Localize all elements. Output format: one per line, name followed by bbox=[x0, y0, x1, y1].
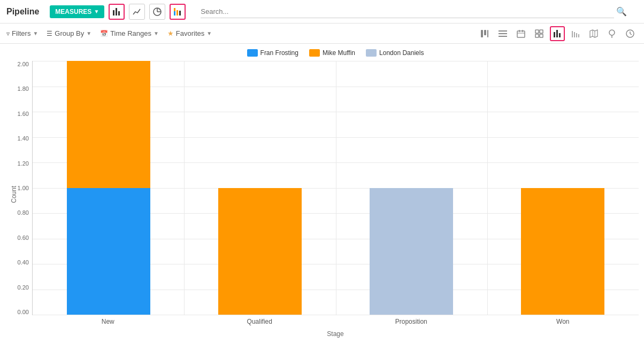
svg-rect-2 bbox=[118, 11, 120, 15]
line-chart-button[interactable] bbox=[129, 4, 145, 20]
bar-proposition-london[interactable] bbox=[370, 188, 453, 315]
y-label-20: 0.20 bbox=[18, 284, 29, 291]
chart-inner: Count 2.00 1.80 1.60 1.40 1.20 1.00 0.80… bbox=[32, 61, 639, 328]
svg-rect-22 bbox=[535, 34, 539, 37]
svg-rect-25 bbox=[556, 30, 558, 37]
x-label-proposition: Proposition bbox=[335, 318, 487, 325]
favorites-caret-icon: ▼ bbox=[206, 30, 212, 36]
legend-label-fran: Fran Frosting bbox=[260, 49, 298, 57]
svg-rect-15 bbox=[499, 36, 507, 37]
y-label-80: 0.80 bbox=[18, 209, 29, 216]
map-view-button[interactable] bbox=[586, 26, 601, 41]
stacked-chart-button[interactable] bbox=[170, 4, 186, 20]
svg-line-38 bbox=[630, 34, 632, 35]
calendar-icon bbox=[517, 29, 525, 38]
chart-legend: Fran Frosting Mike Muffin London Daniels bbox=[32, 49, 639, 57]
legend-color-fran bbox=[247, 49, 258, 57]
page-title: Pipeline bbox=[6, 7, 39, 17]
svg-rect-21 bbox=[540, 30, 543, 33]
svg-rect-14 bbox=[499, 33, 507, 34]
search-input[interactable] bbox=[201, 5, 614, 18]
svg-rect-20 bbox=[535, 30, 539, 33]
svg-rect-28 bbox=[574, 32, 575, 37]
legend-item-mike: Mike Muffin bbox=[309, 49, 355, 57]
y-label-120: 1.20 bbox=[18, 160, 29, 167]
header: Pipeline MEASURES ▼ bbox=[0, 0, 644, 24]
line-chart-view-button[interactable] bbox=[568, 26, 583, 41]
pivot-view-button[interactable] bbox=[532, 26, 547, 41]
svg-rect-8 bbox=[177, 10, 178, 15]
svg-rect-24 bbox=[554, 32, 555, 37]
history-view-button[interactable] bbox=[623, 26, 638, 41]
y-label-160: 1.60 bbox=[18, 111, 29, 117]
grid-line-0 bbox=[33, 315, 639, 315]
bar-group-qualified-bars bbox=[218, 61, 302, 315]
filters-caret-icon: ▼ bbox=[33, 30, 38, 36]
pin-view-button[interactable] bbox=[604, 26, 619, 41]
bar-qualified-mike[interactable] bbox=[218, 188, 302, 315]
line-chart-icon bbox=[133, 8, 141, 15]
legend-label-london: London Daniels bbox=[379, 49, 424, 57]
svg-rect-30 bbox=[578, 34, 579, 37]
group-by-button[interactable]: ☰ Group By ▼ bbox=[47, 29, 91, 37]
y-label-180: 1.80 bbox=[18, 85, 29, 92]
x-label-won: Won bbox=[487, 318, 639, 325]
group-by-caret-icon: ▼ bbox=[86, 30, 91, 36]
svg-rect-16 bbox=[517, 31, 525, 37]
svg-rect-0 bbox=[113, 10, 114, 15]
pie-chart-button[interactable] bbox=[149, 4, 165, 20]
bar-group-qualified bbox=[184, 61, 335, 315]
y-label-2: 2.00 bbox=[18, 61, 29, 67]
list-view-button[interactable] bbox=[495, 26, 510, 41]
measures-arrow-icon: ▼ bbox=[94, 9, 99, 14]
svg-rect-13 bbox=[499, 30, 507, 32]
favorites-label: Favorites bbox=[176, 29, 204, 37]
filters-button[interactable]: ▿ Filters ▼ bbox=[6, 29, 38, 37]
measures-label: MEASURES bbox=[55, 8, 91, 15]
favorites-button[interactable]: ★ Favorites ▼ bbox=[167, 29, 212, 37]
calendar-view-button[interactable] bbox=[513, 26, 528, 41]
y-axis: 2.00 1.80 1.60 1.40 1.20 1.00 0.80 0.60 … bbox=[7, 61, 29, 315]
y-label-140: 1.40 bbox=[18, 135, 29, 142]
bar-new-orange-part bbox=[67, 61, 150, 188]
y-label-60: 0.60 bbox=[18, 235, 29, 241]
y-label-0: 0.00 bbox=[18, 309, 29, 315]
search-area: 🔍 bbox=[201, 5, 627, 18]
svg-rect-7 bbox=[174, 11, 175, 15]
bar-group-new bbox=[33, 61, 184, 315]
chart-container: Fran Frosting Mike Muffin London Daniels… bbox=[0, 44, 644, 359]
bar-won-mike[interactable] bbox=[521, 188, 604, 315]
svg-rect-27 bbox=[572, 31, 573, 37]
secondary-toolbar: ▿ Filters ▼ ☰ Group By ▼ 📅 Time Ranges ▼… bbox=[0, 24, 644, 44]
list-icon bbox=[499, 30, 507, 37]
line-chart-view-icon bbox=[571, 30, 580, 37]
group-by-icon: ☰ bbox=[47, 30, 52, 37]
kanban-view-button[interactable] bbox=[477, 26, 492, 41]
bar-group-proposition bbox=[336, 61, 487, 315]
bar-chart-button[interactable] bbox=[109, 4, 125, 20]
measures-button[interactable]: MEASURES ▼ bbox=[50, 5, 104, 18]
y-label-40: 0.40 bbox=[18, 259, 29, 266]
svg-rect-10 bbox=[481, 30, 483, 37]
bar-chart-view-icon bbox=[553, 30, 562, 37]
legend-color-mike bbox=[309, 49, 320, 57]
bar-chart-view-button[interactable] bbox=[550, 26, 565, 41]
bar-group-won bbox=[487, 61, 639, 315]
bar-group-proposition-bars bbox=[370, 61, 453, 315]
x-label-new: New bbox=[32, 318, 184, 325]
x-axis-title: Stage bbox=[32, 330, 639, 338]
x-axis-labels: New Qualified Proposition Won bbox=[32, 315, 639, 328]
x-label-qualified: Qualified bbox=[184, 318, 336, 325]
y-label-100: 1.00 bbox=[18, 185, 29, 191]
pin-icon bbox=[608, 29, 616, 38]
bar-group-new-bars bbox=[67, 61, 150, 315]
filters-label: Filters bbox=[12, 29, 30, 37]
bar-new-stacked[interactable] bbox=[67, 61, 150, 315]
clock-icon bbox=[626, 29, 634, 38]
legend-item-fran: Fran Frosting bbox=[247, 49, 298, 57]
toolbar-left: ▿ Filters ▼ ☰ Group By ▼ 📅 Time Ranges ▼… bbox=[6, 29, 477, 37]
svg-rect-9 bbox=[179, 11, 181, 15]
pivot-icon bbox=[535, 29, 543, 38]
search-icon: 🔍 bbox=[616, 6, 627, 17]
time-ranges-button[interactable]: 📅 Time Ranges ▼ bbox=[100, 29, 159, 37]
